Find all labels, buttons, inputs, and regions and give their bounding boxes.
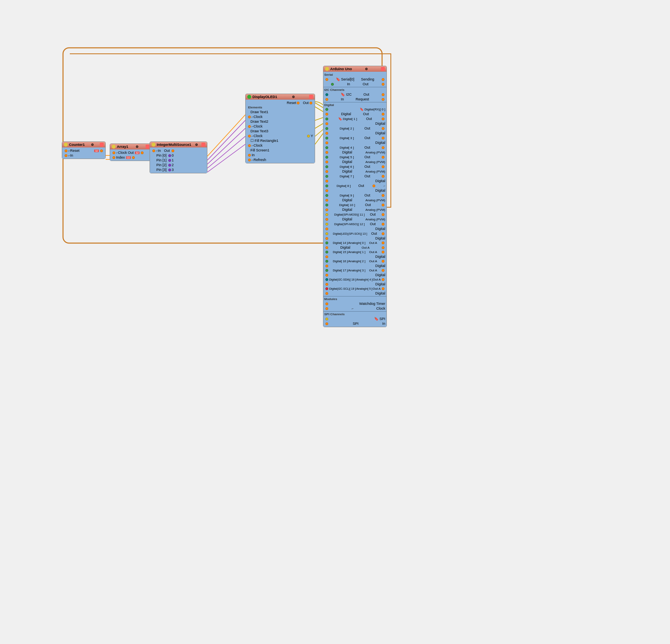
digital-section-label: Digital (323, 103, 386, 107)
digital-pin4: Digital[ 4 ] Out (323, 145, 386, 150)
display-fillrect1: ☐ Fill Rectangle1 (247, 138, 313, 143)
display-clock3: ⌐ Clock Y (247, 134, 313, 138)
digital-pin12: Digital(SPI-MISO)[ 12 ] Out (323, 222, 386, 226)
spi-item-row: 🔖 SPI (323, 316, 386, 321)
display-clock2: ⌐ Clock (247, 124, 313, 129)
counter-pin-reset: ⌐ Reset 32 (64, 148, 104, 153)
digital-pin7-io: Digital (323, 179, 386, 183)
digital-pin3: Digital[ 3 ] Out (323, 135, 386, 140)
digital-pin15: Digital[ 15 ]/AnalogIn[ 1 ] Out A (323, 250, 386, 254)
display-refresh: ⌐ Refresh (247, 157, 313, 162)
integer-title: IntegerMultiSource1 (157, 143, 191, 147)
digital-pin15-io: Digital (323, 254, 386, 259)
spi-section-label: SPI Channels (323, 312, 386, 316)
digital-pin10-io: Digital Analog (PVM) (323, 207, 386, 212)
array-expand[interactable]: ⚙ (136, 145, 138, 149)
digital-pin16: Digital[ 16 ]/AnalogIn[ 2 ] Out A (323, 259, 386, 263)
array-body: ⌐ Clock Out 32 Index 02 (110, 149, 151, 161)
display-drawtext2: Draw Text2 (247, 119, 313, 124)
display-oled-node: DisplayOLED1 ⚙ Reset Out Elements Draw T… (245, 94, 315, 163)
arduino-icon (325, 67, 329, 71)
i2c-divider (323, 102, 386, 102)
arduino-uno-node: Arduino Uno ⚙ Serial 🔖 Serial[0] Sending… (323, 66, 387, 327)
digital-pin6-io: Digital Analog (PVM) (323, 169, 386, 174)
counter-close[interactable] (100, 143, 104, 147)
display-body: Reset Out Elements Draw Text1 ⌐ Clock Dr… (246, 100, 315, 163)
counter-icon (64, 143, 68, 147)
arduino-header: Arduino Uno ⚙ (323, 66, 386, 72)
integer-in-dot (152, 149, 155, 152)
digital-pin4-io: Digital Analog (PVM) (323, 150, 386, 155)
digital-pin19: Digital(I2C-SCL)[ 19 ]/AnalogIn[ 5 ] Out… (323, 287, 386, 291)
integer-pin-in: ⌐ In Out (152, 148, 205, 153)
array-pin-index-dot (112, 156, 115, 159)
arduino-title: Arduino Uno (330, 67, 352, 71)
watchdog-timer-label: Watchdog Timer (359, 302, 385, 306)
display-drawtext3: Draw Text3 (247, 129, 313, 134)
digital-pin13-io: Digital (323, 236, 386, 241)
serial-divider (323, 87, 386, 87)
digital-pin-rx: 🔖 Digital(RX)[ 0 ] (323, 107, 386, 112)
watchdog-row: Watchdog Timer (323, 301, 386, 306)
display-header: DisplayOLED1 ⚙ (246, 94, 315, 100)
display-clock4: ⌐ Clock (247, 143, 313, 148)
pin-out-32-dot (100, 149, 103, 152)
array-icon (112, 145, 116, 149)
counter-node: Counter1 ⚙ ⌐ Reset 32 ⌐ In (62, 141, 106, 159)
pin-in-dot (65, 154, 67, 157)
display-drawtext1: Draw Text1 (247, 110, 313, 114)
digital-pin12-io: Digital (323, 226, 386, 231)
digital-pin17-io: Digital (323, 273, 386, 277)
digital-pin11: Digital(SPI-MOSI)[ 11 ] Out (323, 212, 386, 217)
serial0-row2: In Out (323, 82, 386, 86)
digital-pin1: 🔖 Digital[ 1 ] Out (323, 116, 386, 121)
digital-pin14: Digital[ 14 ]/AnalogIn[ 0 ] Out A (323, 241, 386, 245)
display-in1: In (247, 153, 313, 157)
display-reset-out: Reset Out (247, 100, 313, 105)
display-fillscreen1: Fill Screen1 (247, 148, 313, 153)
digital-pin5-io: Digital Analog (PVM) (323, 159, 386, 164)
counter-pin-in: ⌐ In (64, 153, 104, 158)
counter-expand[interactable]: ⚙ (91, 143, 94, 147)
counter-title: Counter1 (69, 143, 85, 147)
integer-multisource-node: IntegerMultiSource1 ⚙ ⌐ In Out Pin [0] 0… (150, 141, 207, 173)
digital-pin-rx-io: Digital Out (323, 112, 386, 116)
integer-close[interactable] (201, 143, 205, 147)
display-elements-label: Elements (247, 105, 313, 110)
modules-section-label: Modules (323, 297, 386, 301)
i2c-in-row: In Request (323, 97, 386, 102)
i2c-row: 🔖 I2C Out (323, 92, 386, 97)
arduino-body: Serial 🔖 Serial[0] Sending In Out I2C Ch… (323, 72, 386, 327)
display-close[interactable] (309, 95, 313, 99)
digital-pin11-io: Digital Analog (PVM) (323, 217, 386, 222)
digital-pin18-io: Digital (323, 282, 386, 287)
digital-divider (323, 296, 386, 296)
digital-pin13: Digital(LED)(SPI-SCK)[ 13 ] Out (323, 231, 386, 236)
digital-pin7: Digital[ 7 ] Out (323, 174, 386, 179)
integer-pin-1: Pin [1] 1 (152, 158, 205, 163)
integer-expand[interactable]: ⚙ (195, 143, 198, 147)
digital-pin14-io: Digital Out A (323, 245, 386, 250)
array-pin-index: Index 02 (112, 155, 150, 160)
display-title: DisplayOLED1 (252, 95, 277, 99)
clock-row: ⌐ Clock (323, 306, 386, 311)
digital-pin2: Digital[ 2 ] Out (323, 126, 386, 131)
digital-pin8-io: Digital (323, 188, 386, 193)
digital-pin6: Digital[ 6 ] Out (323, 164, 386, 169)
integer-pin-2: Pin [2] 2 (152, 163, 205, 167)
arduino-close[interactable] (381, 67, 385, 71)
digital-pin17: Digital[ 17 ]/AnalogIn[ 3 ] Out A (323, 268, 386, 273)
array-header: Array1 ⚙ (110, 144, 151, 149)
spi-in-row: SPI In (323, 321, 386, 326)
array-close[interactable] (146, 145, 150, 149)
digital-pin9: Digital[ 9 ] Out (323, 193, 386, 198)
modules-divider (323, 311, 386, 312)
integer-header: IntegerMultiSource1 ⚙ (150, 142, 207, 147)
array-title: Array1 (117, 145, 128, 149)
array-pin-clock: ⌐ Clock Out 32 (112, 150, 150, 155)
array-pin-clock-dot (112, 151, 115, 154)
digital-pin18: Digital(I2C-SDA)[ 18 ]/AnalogIn[ 4 ] Out… (323, 277, 386, 282)
digital-pin5: Digital[ 5 ] Out (323, 155, 386, 159)
spi-in-label: In (382, 322, 385, 326)
digital-pin2-io: Digital (323, 131, 386, 135)
